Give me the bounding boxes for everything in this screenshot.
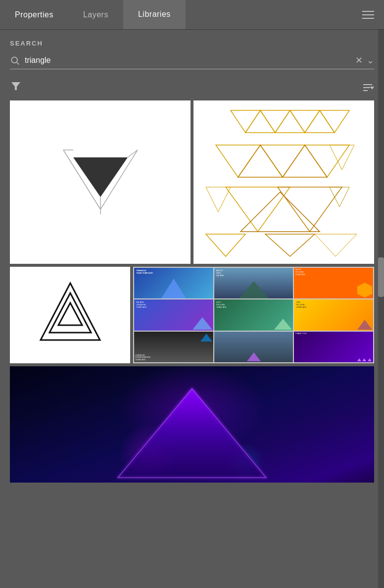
pres-cell-5: LEFTPICTURETEMPLATE [214, 299, 293, 330]
svg-marker-31 [206, 234, 245, 256]
grid-area: TRIANGLEYEAR TEMPLATE ABOUTWHOWE ARE RIG… [0, 100, 384, 588]
search-label: SEARCH [10, 40, 374, 47]
thumbnail-4[interactable]: TRIANGLEYEAR TEMPLATE ABOUTWHOWE ARE RIG… [133, 267, 374, 363]
svg-marker-25 [226, 187, 290, 232]
svg-line-1 [17, 62, 19, 65]
svg-marker-28 [330, 145, 354, 170]
scrollbar-track [378, 30, 384, 588]
golden-triangles-svg [201, 100, 367, 264]
tab-libraries[interactable]: Libraries [123, 0, 186, 29]
pres-cell-6: ONEPICTURETEMPLATE [294, 299, 373, 330]
svg-marker-37 [118, 389, 266, 478]
menu-icon[interactable] [352, 0, 384, 29]
filter-icon[interactable] [10, 80, 22, 95]
svg-marker-26 [278, 187, 342, 232]
svg-line-10 [128, 150, 138, 157]
search-input[interactable] [25, 56, 355, 65]
pres-cell-8 [214, 332, 293, 362]
svg-marker-24 [283, 145, 327, 177]
svg-marker-17 [245, 110, 275, 133]
scrollbar-thumb[interactable] [378, 257, 384, 297]
svg-marker-22 [305, 145, 349, 177]
pres-cell-3: RIGHTPICTURETEMPLATE [294, 268, 373, 298]
svg-marker-13 [231, 110, 260, 133]
thumbnail-5[interactable] [10, 366, 374, 483]
svg-marker-14 [260, 110, 290, 133]
svg-marker-6 [73, 157, 128, 197]
row-1 [10, 100, 374, 264]
pres-cell-1: TRIANGLEYEAR TEMPLATE [134, 268, 213, 298]
clear-icon[interactable]: ✕ [355, 55, 363, 66]
filter-sort-row [0, 74, 384, 100]
thumbnail-2[interactable] [193, 100, 374, 264]
neon-triangle-svg [98, 374, 286, 483]
svg-marker-32 [265, 234, 315, 256]
search-input-row: ✕ ⌄ [10, 55, 374, 69]
tab-bar: Properties Layers Libraries [0, 0, 384, 30]
svg-marker-2 [11, 82, 20, 90]
pres-cell-2: ABOUTWHOWE ARE [214, 268, 293, 298]
svg-marker-19 [305, 110, 335, 133]
thumbnail-3[interactable] [10, 267, 130, 363]
tab-layers[interactable]: Layers [68, 0, 123, 29]
svg-marker-18 [275, 110, 305, 133]
row-3 [10, 366, 374, 483]
triangle-logo-svg [58, 143, 143, 222]
svg-marker-16 [320, 110, 349, 133]
triple-triangle-svg [36, 276, 105, 355]
search-icon [10, 55, 20, 65]
thumbnail-1[interactable] [10, 100, 191, 264]
row-2: TRIANGLEYEAR TEMPLATE ABOUTWHOWE ARE RIG… [10, 267, 374, 363]
chevron-down-icon[interactable]: ⌄ [367, 55, 374, 66]
svg-marker-20 [216, 145, 260, 177]
pres-cell-7: CREATIVEPRESENTATIONTEMPLATE [134, 332, 213, 362]
search-section: SEARCH ✕ ⌄ [0, 30, 384, 74]
pres-cell-9: THANK YOU [294, 332, 373, 362]
sort-icon[interactable] [361, 81, 374, 94]
svg-marker-21 [260, 145, 305, 177]
pres-cell-4: WE ARECREATIVETEMPLATE [134, 299, 213, 330]
tab-properties[interactable]: Properties [0, 0, 68, 29]
svg-marker-27 [240, 192, 320, 232]
svg-marker-23 [238, 145, 283, 177]
svg-marker-15 [290, 110, 320, 133]
svg-marker-36 [58, 303, 82, 325]
hamburger-menu[interactable] [362, 11, 374, 19]
svg-marker-35 [49, 293, 91, 333]
svg-point-0 [11, 57, 17, 63]
svg-marker-33 [315, 234, 357, 256]
svg-marker-29 [206, 187, 231, 212]
